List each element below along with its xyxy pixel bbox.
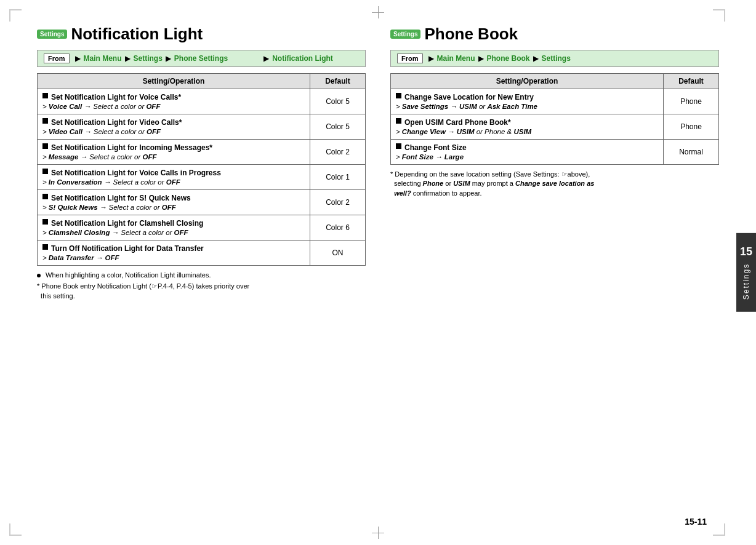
center-top-mark (372, 6, 384, 18)
right-table-row: Change Save Location for New Entry >Save… (391, 89, 719, 114)
left-section: Settings Notification Light From ▶ Main … (37, 25, 366, 303)
left-cell-default: Color 2 (310, 140, 366, 165)
right-cell-default: Phone (664, 114, 719, 140)
corner-bl (9, 523, 22, 536)
corner-tr (713, 9, 725, 22)
left-breadcrumb-4: Notification Light (272, 54, 333, 63)
right-breadcrumb-2: Phone Book (487, 54, 530, 63)
right-cell-operation: Open USIM Card Phone Book* >Change View … (391, 114, 664, 140)
right-cell-operation: Change Save Location for New Entry >Save… (391, 89, 664, 114)
left-breadcrumb-3: Phone Settings (174, 54, 228, 63)
left-table-row: Set Notification Light for Clamshell Clo… (38, 215, 366, 241)
right-footnote: * Depending on the save location setting… (390, 170, 719, 198)
left-cell-operation: Set Notification Light for Clamshell Clo… (38, 215, 310, 241)
center-bottom-mark (372, 527, 384, 539)
right-table: Setting/Operation Default Change Save Lo… (390, 73, 719, 165)
left-breadcrumb-1: Main Menu (84, 54, 122, 63)
right-settings-badge: Settings (390, 30, 420, 39)
right-from-arrow: ▶ (428, 54, 434, 63)
left-table: Setting/Operation Default Set Notificati… (37, 73, 366, 266)
left-table-row: Set Notification Light for Voice Calls* … (38, 89, 366, 114)
bullet-icon (396, 143, 401, 149)
left-footnote-1: When highlighting a color, Notification … (37, 271, 366, 280)
left-table-row: Turn Off Notification Light for Data Tra… (38, 241, 366, 266)
left-table-row: Set Notification Light for S! Quick News… (38, 190, 366, 215)
bullet-icon (42, 143, 48, 149)
left-settings-badge: Settings (37, 30, 67, 39)
left-breadcrumb-2: Settings (134, 54, 163, 63)
right-from-bar: From ▶ Main Menu ▶ Phone Book ▶ Settings (390, 50, 719, 67)
left-cell-operation: Set Notification Light for S! Quick News… (38, 190, 310, 215)
right-cell-default: Phone (664, 89, 719, 114)
right-cell-default: Normal (664, 140, 719, 165)
left-cell-operation: Set Notification Light for Voice Calls i… (38, 165, 310, 190)
left-table-row: Set Notification Light for Voice Calls i… (38, 165, 366, 190)
right-breadcrumb-1: Main Menu (437, 54, 475, 63)
left-title: Settings Notification Light (37, 25, 366, 44)
left-cell-default: Color 2 (310, 190, 366, 215)
bullet-icon (396, 118, 401, 124)
corner-br (713, 523, 725, 536)
left-col1-header: Setting/Operation (38, 74, 310, 89)
right-cell-operation: Change Font Size >Font Size → Large (391, 140, 664, 165)
side-tab-number: 15 (740, 245, 752, 258)
left-table-row: Set Notification Light for Incoming Mess… (38, 140, 366, 165)
left-cell-operation: Set Notification Light for Incoming Mess… (38, 140, 310, 165)
left-from-bar: From ▶ Main Menu ▶ Settings ▶ Phone Sett… (37, 50, 366, 67)
bullet-circle-icon (37, 274, 41, 277)
left-cell-operation: Set Notification Light for Voice Calls* … (38, 89, 310, 114)
left-from-arrow: ▶ (75, 54, 81, 63)
left-cell-default: Color 5 (310, 114, 366, 140)
bullet-icon (42, 219, 48, 225)
right-section: Settings Phone Book From ▶ Main Menu ▶ P… (390, 25, 719, 303)
right-breadcrumb-3: Settings (542, 54, 571, 63)
left-cell-default: Color 6 (310, 215, 366, 241)
right-from-label: From (397, 54, 423, 63)
side-tab: 15 Settings (736, 233, 756, 312)
side-tab-label: Settings (742, 263, 750, 300)
left-table-row: Set Notification Light for Video Calls* … (38, 114, 366, 140)
left-footnote-2: * Phone Book entry Notification Light (☞… (37, 282, 366, 301)
right-title: Settings Phone Book (390, 25, 719, 44)
bullet-icon (42, 118, 48, 124)
right-table-row: Change Font Size >Font Size → Large Norm… (391, 140, 719, 165)
bullet-icon (42, 194, 48, 199)
page-number: 15-11 (685, 517, 707, 527)
bullet-icon (396, 93, 401, 98)
bullet-icon (42, 93, 48, 98)
left-cell-operation: Set Notification Light for Video Calls* … (38, 114, 310, 140)
left-cell-operation: Turn Off Notification Light for Data Tra… (38, 241, 310, 266)
corner-tl (9, 9, 22, 22)
left-cell-default: ON (310, 241, 366, 266)
right-col2-header: Default (664, 74, 719, 89)
right-col1-header: Setting/Operation (391, 74, 664, 89)
left-cell-default: Color 1 (310, 165, 366, 190)
left-col2-header: Default (310, 74, 366, 89)
bullet-icon (42, 244, 48, 250)
bullet-icon (42, 169, 48, 174)
right-table-row: Open USIM Card Phone Book* >Change View … (391, 114, 719, 140)
left-cell-default: Color 5 (310, 89, 366, 114)
left-from-label: From (44, 54, 70, 63)
